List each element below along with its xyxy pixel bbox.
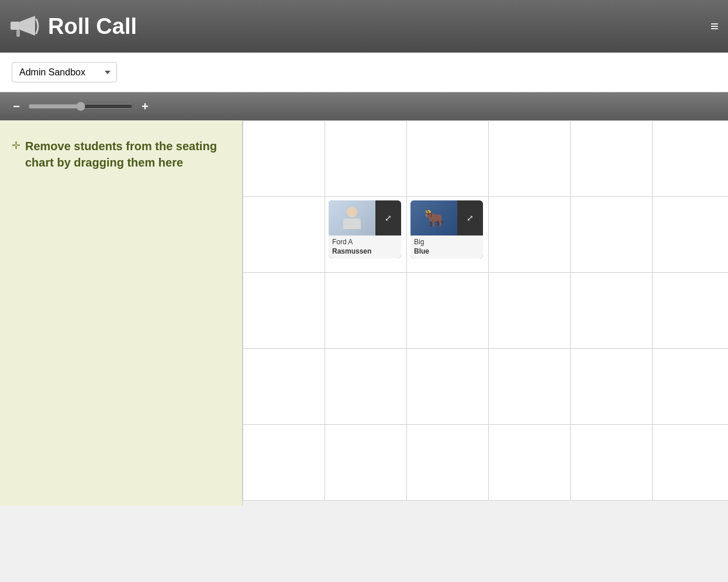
svg-rect-0 (11, 22, 20, 30)
grid-cell-r3c2[interactable] (325, 273, 407, 349)
grid-cell-r5c4[interactable] (489, 425, 571, 501)
grid-cell-r4c3[interactable] (407, 349, 489, 425)
grid-cell-r5c1[interactable] (243, 425, 325, 501)
student-name-ford: Ford A Rasmussen (329, 235, 401, 258)
student-photo-big-blue: 🐂 (410, 200, 457, 235)
drop-zone[interactable]: ✛ Remove students from the seating chart… (0, 120, 243, 506)
sub-header: Admin Sandbox Class A Class B (0, 53, 728, 92)
hamburger-menu-icon[interactable]: ≡ (710, 18, 719, 34)
grid-cell-r1c5[interactable] (571, 121, 653, 197)
grid-cell-r5c3[interactable] (407, 425, 489, 501)
svg-rect-2 (16, 30, 20, 37)
last-name: Blue (414, 247, 429, 255)
zoom-slider[interactable] (28, 104, 133, 109)
grid-cell-r2c1[interactable] (243, 197, 325, 273)
grid-cell-r2c6[interactable] (653, 197, 728, 273)
grid-cell-r2c5[interactable] (571, 197, 653, 273)
grid-cell-r2c3[interactable]: 🐂 ⤢ Big Blue (407, 197, 489, 273)
grid-cell-r1c1[interactable] (243, 121, 325, 197)
grid-cell-r1c4[interactable] (489, 121, 571, 197)
student-name-big-blue: Big Blue (410, 235, 483, 258)
expand-arrows-icon: ⤢ (385, 213, 392, 223)
grid-cell-r3c3[interactable] (407, 273, 489, 349)
photo-body (343, 219, 361, 229)
grid-cell-r5c6[interactable] (653, 425, 728, 501)
svg-marker-1 (20, 16, 35, 36)
grid-cell-r1c2[interactable] (325, 121, 407, 197)
grid-cell-r2c2[interactable]: ⤢ Ford A Rasmussen (325, 197, 407, 273)
grid-cell-r4c6[interactable] (653, 349, 728, 425)
grid-cell-r5c2[interactable] (325, 425, 407, 501)
header-left: Roll Call (9, 13, 137, 39)
grid-cell-r2c4[interactable] (489, 197, 571, 273)
zoom-toolbar: − + (0, 92, 728, 120)
megaphone-icon (9, 13, 40, 39)
expand-arrows-icon: ⤢ (467, 213, 474, 223)
grid-cell-r4c1[interactable] (243, 349, 325, 425)
seating-grid-container: ⤢ Ford A Rasmussen 🐂 (243, 120, 728, 506)
student-card-header: ⤢ (329, 200, 401, 235)
grid-cell-r3c5[interactable] (571, 273, 653, 349)
zoom-in-button[interactable]: + (138, 100, 152, 113)
drop-zone-label: Remove students from the seating chart b… (25, 138, 230, 171)
class-select[interactable]: Admin Sandbox Class A Class B (12, 62, 117, 82)
photo-head (347, 207, 357, 217)
student-card-big-blue[interactable]: 🐂 ⤢ Big Blue (410, 200, 483, 258)
grid-cell-r3c4[interactable] (489, 273, 571, 349)
mascot-emoji: 🐂 (424, 209, 444, 228)
grid-cell-r3c6[interactable] (653, 273, 728, 349)
seating-grid: ⤢ Ford A Rasmussen 🐂 (243, 120, 728, 501)
grid-cell-r1c6[interactable] (653, 121, 728, 197)
app-header: Roll Call ≡ (0, 0, 728, 53)
student-card-header-big-blue: 🐂 ⤢ (410, 200, 483, 235)
app-title: Roll Call (48, 14, 137, 39)
seating-area: ✛ Remove students from the seating chart… (0, 120, 728, 506)
student-photo-ford (329, 200, 375, 235)
move-icon: ✛ (12, 139, 20, 152)
grid-cell-r1c3[interactable] (407, 121, 489, 197)
expand-card-button[interactable]: ⤢ (375, 200, 401, 235)
grid-cell-r4c2[interactable] (325, 349, 407, 425)
first-name: Big (414, 238, 424, 246)
student-card-ford-rasmussen[interactable]: ⤢ Ford A Rasmussen (329, 200, 401, 258)
zoom-out-button[interactable]: − (9, 100, 23, 113)
first-name: Ford A (332, 238, 353, 246)
expand-card-button-big-blue[interactable]: ⤢ (457, 200, 483, 235)
last-name: Rasmussen (332, 247, 371, 255)
grid-cell-r3c1[interactable] (243, 273, 325, 349)
grid-cell-r5c5[interactable] (571, 425, 653, 501)
grid-cell-r4c4[interactable] (489, 349, 571, 425)
grid-cell-r4c5[interactable] (571, 349, 653, 425)
